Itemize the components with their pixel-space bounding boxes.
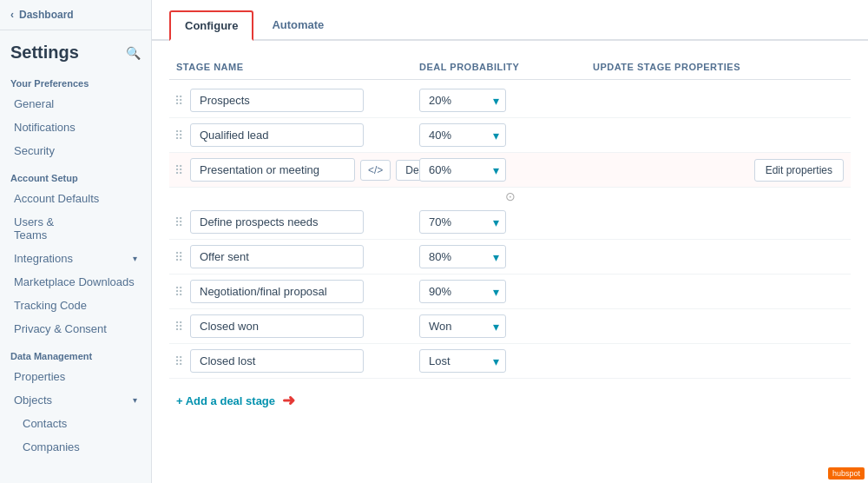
drag-handle-icon[interactable]: ⠿ bbox=[173, 354, 185, 368]
table-row: ⠿ 90%10%20%30% bbox=[169, 275, 851, 309]
sidebar-item-contacts[interactable]: Contacts bbox=[3, 412, 148, 435]
probability-cell: LostWon0% bbox=[412, 349, 586, 373]
stage-name-input[interactable] bbox=[190, 314, 364, 338]
probability-cell: 40%10%20%30%50%60% bbox=[412, 123, 586, 147]
stage-name-input[interactable] bbox=[190, 349, 364, 373]
update-cell: Edit properties bbox=[586, 159, 851, 182]
sidebar: ‹ Dashboard Settings 🔍 Your Preferences … bbox=[0, 0, 152, 483]
probability-select-wrapper: 40%10%20%30%50%60% bbox=[419, 123, 506, 147]
stage-name-input[interactable] bbox=[190, 245, 364, 268]
probability-select[interactable]: WonLost100% bbox=[419, 314, 506, 338]
sidebar-item-account-defaults[interactable]: Account Defaults bbox=[3, 187, 148, 210]
probability-select[interactable]: 60%10%20%30%40%50% bbox=[419, 158, 506, 182]
sidebar-item-general[interactable]: General bbox=[3, 92, 148, 116]
drag-handle-icon[interactable]: ⠿ bbox=[173, 94, 185, 108]
table-row: ⠿ 80%10%20%30% bbox=[169, 240, 851, 275]
sidebar-item-privacy-consent[interactable]: Privacy & Consent bbox=[3, 317, 148, 341]
col-stage-name: STAGE NAME bbox=[169, 62, 412, 72]
tab-configure[interactable]: Configure bbox=[169, 10, 253, 41]
table-row: ⠿ LostWon0% bbox=[169, 344, 851, 379]
settings-title: Settings bbox=[10, 43, 79, 63]
tab-automate[interactable]: Automate bbox=[257, 10, 339, 41]
add-stage-label: + Add a deal stage bbox=[176, 394, 275, 407]
drag-handle-icon[interactable]: ⠿ bbox=[173, 320, 185, 334]
sidebar-item-tracking-code[interactable]: Tracking Code bbox=[3, 294, 148, 317]
sidebar-item-security[interactable]: Security bbox=[3, 139, 148, 162]
code-icon-button[interactable]: </> bbox=[360, 160, 391, 181]
chevron-down-icon-objects: ▾ bbox=[133, 395, 137, 405]
table-row: ⠿ WonLost100% bbox=[169, 309, 851, 344]
stage-name-cell: ⠿ </> Delete bbox=[169, 158, 412, 182]
stage-name-input[interactable] bbox=[190, 158, 355, 182]
stage-name-input[interactable] bbox=[190, 280, 364, 303]
probability-select[interactable]: 70%10%20%30% bbox=[419, 210, 506, 234]
sidebar-item-companies[interactable]: Companies bbox=[3, 435, 148, 459]
probability-select-wrapper: WonLost100% bbox=[419, 314, 506, 338]
dashboard-label: Dashboard bbox=[19, 9, 74, 21]
probability-cell: 60%10%20%30%40%50% bbox=[412, 158, 586, 182]
table-header: STAGE NAME DEAL PROBABILITY UPDATE STAGE… bbox=[169, 55, 851, 80]
drag-handle-icon[interactable]: ⠿ bbox=[173, 285, 185, 299]
probability-select[interactable]: LostWon0% bbox=[419, 349, 506, 373]
stage-name-cell: ⠿ bbox=[169, 123, 412, 147]
drag-handle-icon[interactable]: ⠿ bbox=[173, 163, 185, 177]
edit-properties-button[interactable]: Edit properties bbox=[754, 159, 844, 182]
probability-select-wrapper: 80%10%20%30% bbox=[419, 245, 506, 268]
stage-name-cell: ⠿ bbox=[169, 280, 412, 303]
stage-name-cell: ⠿ bbox=[169, 349, 412, 373]
table-row: ⠿ 70%10%20%30% bbox=[169, 205, 851, 240]
drag-handle-icon[interactable]: ⠿ bbox=[173, 215, 185, 229]
stage-name-input[interactable] bbox=[190, 123, 364, 147]
table-row: ⠿ </> Delete 60%10%20%30%40%50% Edit pro… bbox=[169, 153, 851, 188]
section-account-setup: Account Setup bbox=[0, 162, 151, 187]
add-deal-stage-row[interactable]: + Add a deal stage ➜ bbox=[169, 379, 851, 422]
chevron-left-icon: ‹ bbox=[10, 9, 14, 21]
probability-select[interactable]: 90%10%20%30% bbox=[419, 280, 506, 303]
col-update-stage: UPDATE STAGE PROPERTIES bbox=[586, 62, 851, 72]
section-your-preferences: Your Preferences bbox=[0, 68, 151, 92]
probability-select-wrapper: LostWon0% bbox=[419, 349, 506, 373]
sidebar-item-notifications[interactable]: Notifications bbox=[3, 116, 148, 139]
stage-name-input[interactable] bbox=[190, 89, 364, 112]
hubspot-branding: hubspot bbox=[828, 467, 865, 480]
probability-cell: 70%10%20%30% bbox=[412, 210, 586, 234]
sidebar-title-section: Settings 🔍 bbox=[0, 30, 151, 68]
search-icon[interactable]: 🔍 bbox=[126, 46, 141, 60]
table-row: ⠿ 40%10%20%30%50%60% bbox=[169, 118, 851, 153]
col-deal-probability: DEAL PROBABILITY bbox=[412, 62, 586, 72]
probability-cell: 90%10%20%30% bbox=[412, 280, 586, 303]
sidebar-item-integrations[interactable]: Integrations ▾ bbox=[3, 247, 148, 270]
probability-select-wrapper: 90%10%20%30% bbox=[419, 280, 506, 303]
probability-select[interactable]: 40%10%20%30%50%60% bbox=[419, 123, 506, 147]
stage-name-input[interactable] bbox=[190, 210, 364, 234]
probability-cell: WonLost100% bbox=[412, 314, 586, 338]
stage-name-cell: ⠿ bbox=[169, 89, 412, 112]
probability-select[interactable]: 80%10%20%30% bbox=[419, 245, 506, 268]
chevron-down-icon: ▾ bbox=[133, 254, 137, 263]
drag-handle-icon[interactable]: ⠿ bbox=[173, 129, 185, 142]
stage-table: STAGE NAME DEAL PROBABILITY UPDATE STAGE… bbox=[152, 41, 868, 436]
probability-select[interactable]: 20%10%30%40%50%60%70%80%90%100% bbox=[419, 89, 506, 112]
dashboard-link[interactable]: ‹ Dashboard bbox=[0, 0, 151, 30]
loading-spinner: ⊙ bbox=[505, 189, 516, 203]
stage-name-cell: ⠿ bbox=[169, 314, 412, 338]
drag-handle-icon[interactable]: ⠿ bbox=[173, 250, 185, 264]
sidebar-item-objects[interactable]: Objects ▾ bbox=[3, 388, 148, 412]
probability-select-wrapper: 60%10%20%30%40%50% bbox=[419, 158, 506, 182]
main-content: Configure Automate STAGE NAME DEAL PROBA… bbox=[152, 0, 868, 483]
loading-row: ⊙ bbox=[169, 188, 851, 205]
probability-select-wrapper: 20%10%30%40%50%60%70%80%90%100% bbox=[419, 89, 506, 112]
arrow-right-icon: ➜ bbox=[282, 391, 295, 410]
table-row: ⠿ 20%10%30%40%50%60%70%80%90%100% bbox=[169, 83, 851, 118]
probability-cell: 20%10%30%40%50%60%70%80%90%100% bbox=[412, 89, 586, 112]
stage-name-cell: ⠿ bbox=[169, 210, 412, 234]
section-data-management: Data Management bbox=[0, 341, 151, 365]
probability-cell: 80%10%20%30% bbox=[412, 245, 586, 268]
stage-name-cell: ⠿ bbox=[169, 245, 412, 268]
sidebar-item-properties[interactable]: Properties bbox=[3, 365, 148, 388]
tabs-bar: Configure Automate bbox=[152, 0, 868, 41]
probability-select-wrapper: 70%10%20%30% bbox=[419, 210, 506, 234]
sidebar-item-marketplace[interactable]: Marketplace Downloads bbox=[3, 270, 148, 294]
sidebar-item-users-teams[interactable]: Users &Teams bbox=[3, 210, 148, 247]
